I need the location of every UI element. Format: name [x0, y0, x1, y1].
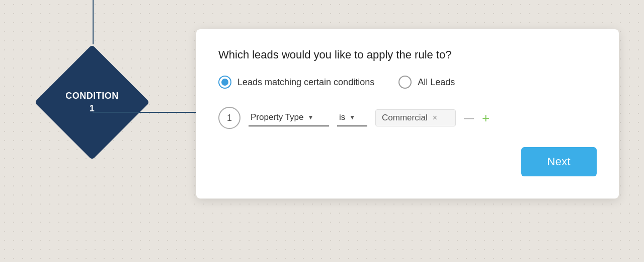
condition-diamond — [34, 44, 149, 160]
radio-label-all: All Leads — [418, 77, 455, 88]
radio-option-all[interactable]: All Leads — [398, 76, 455, 89]
add-condition-button[interactable]: + — [482, 111, 490, 124]
tag-remove-button[interactable]: × — [433, 114, 437, 122]
radio-circle-matching[interactable] — [218, 76, 231, 89]
remove-condition-button[interactable]: — — [464, 113, 474, 123]
question-text: Which leads would you like to apply the … — [218, 48, 597, 61]
operator-arrow-icon: ▼ — [349, 114, 355, 121]
property-type-label: Property Type — [251, 112, 304, 122]
connector-vertical — [93, 0, 94, 44]
next-button[interactable]: Next — [521, 147, 597, 176]
diamond-wrapper: CONDITION 1 — [34, 44, 150, 160]
property-type-arrow-icon: ▼ — [308, 114, 314, 121]
operator-label: is — [339, 112, 345, 122]
tag-container: Commercial × — [375, 109, 456, 126]
property-type-dropdown[interactable]: Property Type ▼ — [249, 109, 329, 126]
operator-dropdown[interactable]: is ▼ — [337, 109, 367, 126]
tag-value: Commercial — [382, 113, 428, 123]
radio-circle-all[interactable] — [398, 76, 412, 89]
radio-inner-matching — [221, 79, 228, 86]
radio-option-matching[interactable]: Leads matching certain conditions — [218, 76, 374, 89]
connector-horizontal — [93, 112, 203, 113]
radio-label-matching: Leads matching certain conditions — [237, 77, 374, 88]
condition-number-badge: 1 — [218, 107, 240, 129]
radio-group: Leads matching certain conditions All Le… — [218, 76, 597, 89]
diagram-area: CONDITION 1 — [0, 0, 191, 262]
modal-card: Which leads would you like to apply the … — [196, 29, 619, 199]
condition-row: 1 Property Type ▼ is ▼ Commercial × — + — [218, 107, 597, 129]
